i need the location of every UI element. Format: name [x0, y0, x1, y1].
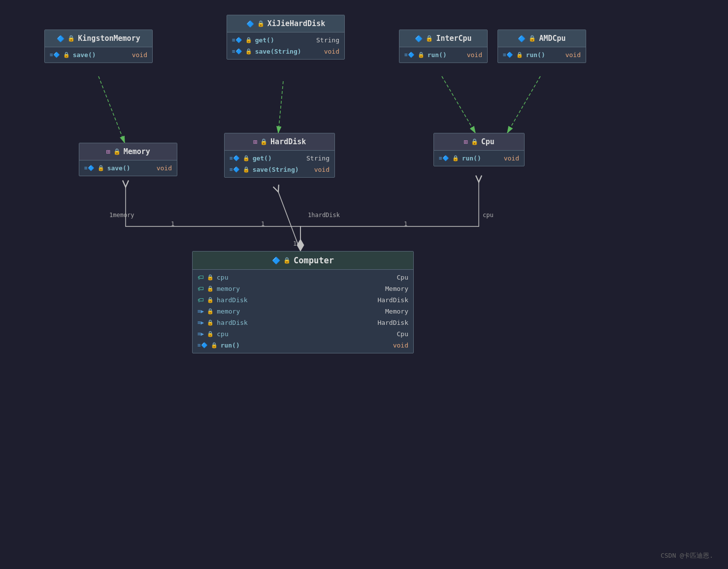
- method-harddisk-save: ≡🔷 🔒 save(String) void: [225, 164, 334, 175]
- icon-lock-cpu-run: 🔒: [452, 155, 459, 161]
- return-run-cpu: void: [499, 155, 519, 162]
- method-save-kingstonmemory: save(): [73, 51, 96, 59]
- icon-param-cpu: ≡▶: [198, 331, 204, 337]
- icon-lock-field-memory: 🔒: [207, 285, 214, 292]
- fieldtype-memory: Memory: [380, 285, 408, 292]
- header-memory: ⊞ 🔒 Memory: [79, 143, 177, 160]
- name-intercpu: InterCpu: [436, 34, 471, 43]
- icon-tag-harddisk: 🏷: [198, 296, 204, 304]
- name-harddisk: HardDisk: [270, 137, 306, 146]
- mult-comp-bottom: 1: [293, 240, 297, 247]
- return-save-kingstonmemory: void: [127, 51, 147, 59]
- icon-lock2-kingstonmemory: 🔒: [63, 52, 70, 58]
- header-cpu: ⊞ 🔒 Cpu: [434, 133, 524, 151]
- name-cpu: Cpu: [481, 137, 495, 146]
- icon-lock-computer: 🔒: [283, 257, 291, 264]
- box-cpu: ⊞ 🔒 Cpu ≡🔷 🔒 run() void: [433, 133, 525, 166]
- fieldtype-cpu: Cpu: [392, 274, 408, 281]
- name-memory: Memory: [124, 147, 150, 156]
- mult-hd-role: 1hardDisk: [308, 212, 340, 219]
- fieldtype-harddisk: HardDisk: [372, 296, 408, 304]
- mult-memory-left: 1: [171, 221, 174, 227]
- method-run-cpu: run(): [462, 155, 481, 162]
- icon-row-harddisk-save: ≡🔷: [230, 166, 240, 173]
- icon-lock-param-harddisk: 🔒: [207, 319, 214, 326]
- icon-lock-xijie: 🔒: [257, 20, 265, 27]
- param-computer-harddisk: ≡▶ 🔒 hardDisk HardDisk: [193, 317, 413, 328]
- param-computer-cpu: ≡▶ 🔒 cpu Cpu: [193, 328, 413, 340]
- icon-lock-xijie-get: 🔒: [245, 37, 252, 43]
- field-computer-harddisk: 🏷 🔒 hardDisk HardDisk: [193, 294, 413, 306]
- paramtype-memory: Memory: [380, 308, 408, 315]
- body-computer: 🏷 🔒 cpu Cpu 🏷 🔒 memory Memory 🏷 🔒 hardDi…: [193, 270, 413, 353]
- icon-row-xijie-save: ≡🔷: [232, 48, 242, 55]
- icon-lock-memory-save: 🔒: [98, 165, 104, 171]
- icon-class-xijie: 🔷: [246, 20, 254, 28]
- paramname-harddisk: hardDisk: [217, 319, 248, 326]
- name-kingstonmemory: KingstonMemory: [78, 34, 140, 43]
- icon-row-cpu: ≡🔷: [439, 155, 449, 161]
- icon-lock-memory: 🔒: [113, 148, 121, 155]
- return-save-xijie: void: [319, 48, 339, 55]
- name-xijieharddisk: XiJieHardDisk: [267, 19, 325, 28]
- icon-lock-xijie-save: 🔒: [245, 48, 252, 55]
- icon-row-amdcpu: ≡🔷: [503, 52, 513, 58]
- method-computer-run: ≡🔷 🔒 run() void: [193, 340, 413, 351]
- method-xijie-get: ≡🔷 🔒 get() String: [227, 34, 344, 46]
- return-run-computer: void: [388, 342, 408, 349]
- return-get-harddisk: String: [301, 155, 330, 162]
- method-amdcpu-run: ≡🔷 🔒 run() void: [498, 49, 586, 61]
- method-run-amdcpu: run(): [526, 51, 545, 59]
- fieldname-memory: memory: [217, 285, 240, 292]
- box-intercpu: 🔷 🔒 InterCpu ≡🔷 🔒 run() void: [399, 30, 488, 63]
- icon-lock-harddisk-get: 🔒: [243, 155, 250, 161]
- header-xijieharddisk: 🔷 🔒 XiJieHardDisk: [227, 15, 344, 32]
- icon-lock-cpu: 🔒: [471, 138, 478, 145]
- icon-lock-intercpu-run: 🔒: [418, 52, 425, 58]
- name-amdcpu: AMDCpu: [539, 34, 565, 43]
- field-computer-cpu: 🏷 🔒 cpu Cpu: [193, 272, 413, 283]
- return-get-xijie: String: [311, 36, 339, 44]
- return-run-amdcpu: void: [561, 51, 581, 59]
- method-kingston-save: ≡🔷 🔒 save() void: [45, 49, 152, 61]
- icon-lock-intercpu: 🔒: [426, 35, 433, 42]
- body-memory: ≡🔷 🔒 save() void: [79, 160, 177, 176]
- box-computer: 🔷 🔒 Computer 🏷 🔒 cpu Cpu 🏷 🔒 memory Memo…: [192, 251, 414, 353]
- body-xijieharddisk: ≡🔷 🔒 get() String ≡🔷 🔒 save(String) void: [227, 32, 344, 59]
- icon-lock-field-harddisk: 🔒: [207, 297, 214, 303]
- mult-cpu-right: 1: [404, 221, 407, 227]
- header-harddisk: ⊞ 🔒 HardDisk: [225, 133, 334, 151]
- icon-method-kingstonmemory: ≡🔷: [50, 52, 60, 58]
- box-memory: ⊞ 🔒 Memory ≡🔷 🔒 save() void: [79, 143, 177, 176]
- mult-memory-role: 1memory: [109, 212, 134, 219]
- icon-tag-memory: 🏷: [198, 285, 204, 292]
- conn-xijie-harddisk: [278, 81, 283, 133]
- icon-lock-harddisk-save: 🔒: [243, 166, 250, 173]
- aggregation-diamond: [297, 239, 304, 251]
- header-computer: 🔷 🔒 Computer: [193, 252, 413, 270]
- icon-param-memory: ≡▶: [198, 308, 204, 315]
- icon-lock-computer-run: 🔒: [211, 342, 218, 348]
- icon-row-harddisk-get: ≡🔷: [230, 155, 240, 161]
- return-save-memory: void: [152, 164, 172, 172]
- icon-param-harddisk: ≡▶: [198, 319, 204, 326]
- paramname-cpu: cpu: [217, 330, 228, 338]
- method-get-xijie: get(): [255, 36, 274, 44]
- param-computer-memory: ≡▶ 🔒 memory Memory: [193, 306, 413, 317]
- mult-hd-left: 1: [261, 221, 265, 227]
- icon-lock-amdcpu: 🔒: [529, 35, 536, 42]
- name-computer: Computer: [294, 255, 334, 265]
- conn-computer-memory: [126, 187, 300, 251]
- method-harddisk-get: ≡🔷 🔒 get() String: [225, 153, 334, 164]
- conn-amdcpu-cpu: [507, 76, 540, 133]
- icon-lock-field-cpu: 🔒: [207, 274, 214, 281]
- return-save-harddisk: void: [309, 166, 330, 173]
- body-cpu: ≡🔷 🔒 run() void: [434, 151, 524, 166]
- return-run-intercpu: void: [462, 51, 482, 59]
- watermark: CSDN @卡匹迪恩.: [661, 551, 713, 560]
- body-amdcpu: ≡🔷 🔒 run() void: [498, 47, 586, 63]
- icon-abstract-cpu: ⊞: [463, 138, 467, 146]
- diagram-container: 1 1memory 1 1hardDisk 1 cpu 1 🔷 🔒 Kingst…: [0, 0, 728, 569]
- method-run-intercpu: run(): [428, 51, 447, 59]
- icon-row-xijie-get: ≡🔷: [232, 37, 242, 43]
